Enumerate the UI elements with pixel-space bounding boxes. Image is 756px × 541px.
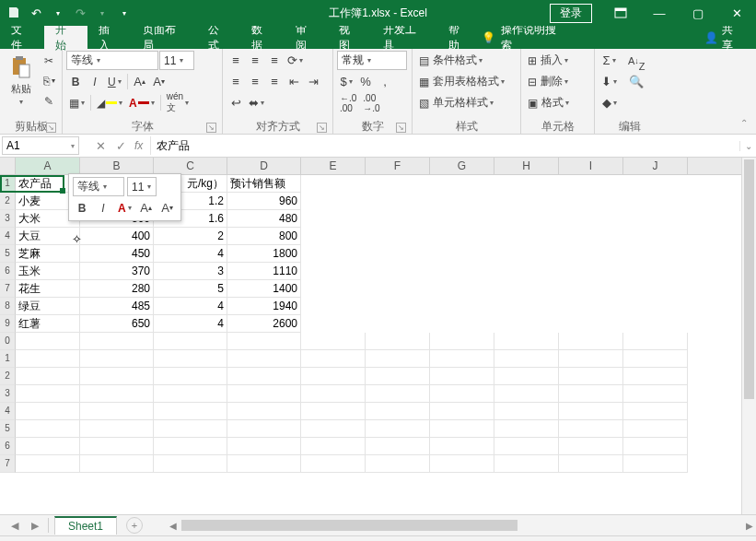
format-cells-button[interactable]: ▣格式 (525, 93, 572, 112)
row-head-6[interactable]: 6 (0, 263, 16, 280)
cell[interactable]: 1110 (227, 263, 301, 280)
sort-filter-button[interactable]: A↓Z (625, 51, 648, 70)
cell[interactable] (623, 403, 688, 420)
cell[interactable] (430, 385, 494, 403)
cell[interactable] (16, 350, 80, 368)
copy-button[interactable]: ⎘▾ (40, 71, 58, 90)
cell[interactable] (623, 333, 688, 350)
cell[interactable] (80, 368, 154, 385)
row-head-8[interactable]: 8 (0, 298, 16, 315)
cell[interactable]: 2 (154, 228, 227, 245)
number-format-combo[interactable]: 常规▾ (337, 51, 407, 70)
cell[interactable]: 280 (80, 280, 154, 298)
align-left-button[interactable]: ≡ (227, 72, 245, 91)
delete-cells-button[interactable]: ⊟删除 (525, 72, 572, 91)
align-launcher[interactable]: ↘ (317, 123, 327, 133)
format-painter-button[interactable]: ✎ (40, 91, 58, 111)
row-head-14[interactable]: 4 (0, 403, 16, 420)
cell[interactable] (559, 403, 623, 420)
minimize-button[interactable]: — (640, 0, 679, 26)
mini-shrink-button[interactable]: A▾ (158, 198, 177, 218)
tab-layout[interactable]: 页面布局 (132, 26, 197, 49)
cell[interactable]: 800 (227, 228, 301, 245)
sheet-nav-next[interactable]: ▶ (28, 520, 42, 532)
cond-format-button[interactable]: ▤条件格式 (416, 51, 507, 70)
cell[interactable] (430, 455, 494, 473)
col-head-J[interactable]: J (623, 158, 688, 174)
align-right-button[interactable]: ≡ (265, 72, 284, 91)
cell[interactable] (227, 385, 301, 403)
cell[interactable] (559, 385, 623, 403)
cell[interactable] (80, 403, 154, 420)
vertical-scrollbar[interactable] (741, 158, 756, 514)
cell[interactable] (494, 438, 559, 455)
table-format-button[interactable]: ▦套用表格格式 (416, 72, 507, 91)
font-launcher[interactable]: ↘ (206, 123, 216, 133)
mini-bold-button[interactable]: B (73, 198, 91, 218)
decrease-font-button[interactable]: A▾ (150, 72, 169, 91)
cell[interactable] (559, 455, 623, 473)
cell[interactable]: 370 (80, 263, 154, 280)
tab-data[interactable]: 数据 (240, 26, 285, 49)
cell[interactable] (623, 385, 688, 403)
cell[interactable] (430, 403, 494, 420)
cell[interactable] (154, 385, 227, 403)
tellme-icon[interactable]: 💡 (481, 31, 497, 44)
cell[interactable] (16, 385, 80, 403)
cell-styles-button[interactable]: ▧单元格样式 (416, 93, 507, 112)
cell[interactable] (559, 350, 623, 368)
cell[interactable] (366, 438, 430, 455)
cell[interactable] (494, 420, 559, 438)
cell[interactable]: 4 (154, 298, 227, 315)
col-head-A[interactable]: A (16, 158, 80, 174)
row-head-12[interactable]: 2 (0, 368, 16, 385)
cell[interactable] (366, 385, 430, 403)
cell[interactable] (494, 350, 559, 368)
cell[interactable] (16, 455, 80, 473)
italic-button[interactable]: I (86, 72, 104, 91)
tab-review[interactable]: 审阅 (285, 26, 329, 49)
formula-input[interactable] (150, 136, 739, 155)
row-head-16[interactable]: 6 (0, 438, 16, 455)
align-top-button[interactable]: ≡ (227, 51, 245, 70)
accounting-button[interactable]: $ (337, 72, 355, 91)
indent-inc-button[interactable]: ⇥ (304, 72, 322, 91)
cell[interactable] (430, 438, 494, 455)
align-bottom-button[interactable]: ≡ (265, 51, 284, 70)
cell[interactable] (366, 350, 430, 368)
horizontal-scrollbar[interactable]: ◀▶ (167, 519, 756, 532)
cell[interactable] (623, 455, 688, 473)
orientation-button[interactable]: ⟳ (285, 51, 306, 70)
find-button[interactable]: 🔍 (625, 72, 648, 91)
cell[interactable] (301, 368, 366, 385)
name-box[interactable]: A1▾ (2, 136, 79, 155)
cell[interactable] (16, 368, 80, 385)
share-button[interactable]: 👤共享 (699, 22, 749, 53)
cell[interactable] (559, 333, 623, 350)
cell[interactable]: 1400 (227, 280, 301, 298)
cell[interactable]: 红薯 (16, 315, 80, 333)
cell[interactable]: 5 (154, 280, 227, 298)
cell[interactable] (430, 350, 494, 368)
paste-button[interactable]: 粘贴 ▾ (4, 51, 38, 106)
cell[interactable]: 960 (227, 193, 301, 210)
cell[interactable] (154, 455, 227, 473)
insert-cells-button[interactable]: ⊞插入 (525, 51, 572, 70)
cell[interactable] (494, 403, 559, 420)
cell[interactable] (154, 438, 227, 455)
tab-view[interactable]: 视图 (328, 26, 372, 49)
clear-button[interactable]: ◆ (599, 93, 620, 112)
borders-button[interactable]: ▦ (66, 93, 87, 112)
ribbon-options-icon[interactable] (601, 0, 640, 26)
add-sheet-button[interactable]: + (126, 517, 143, 534)
cell[interactable] (16, 333, 80, 350)
cell[interactable] (301, 438, 366, 455)
cell[interactable] (301, 385, 366, 403)
cell[interactable] (227, 455, 301, 473)
font-size-combo[interactable]: 11▾ (159, 51, 194, 70)
number-launcher[interactable]: ↘ (396, 123, 406, 133)
mini-italic-button[interactable]: I (94, 198, 112, 218)
enter-fx-icon[interactable]: ✓ (110, 135, 131, 156)
tab-insert[interactable]: 插入 (87, 26, 132, 49)
undo-dd-icon[interactable]: ▾ (48, 3, 68, 23)
